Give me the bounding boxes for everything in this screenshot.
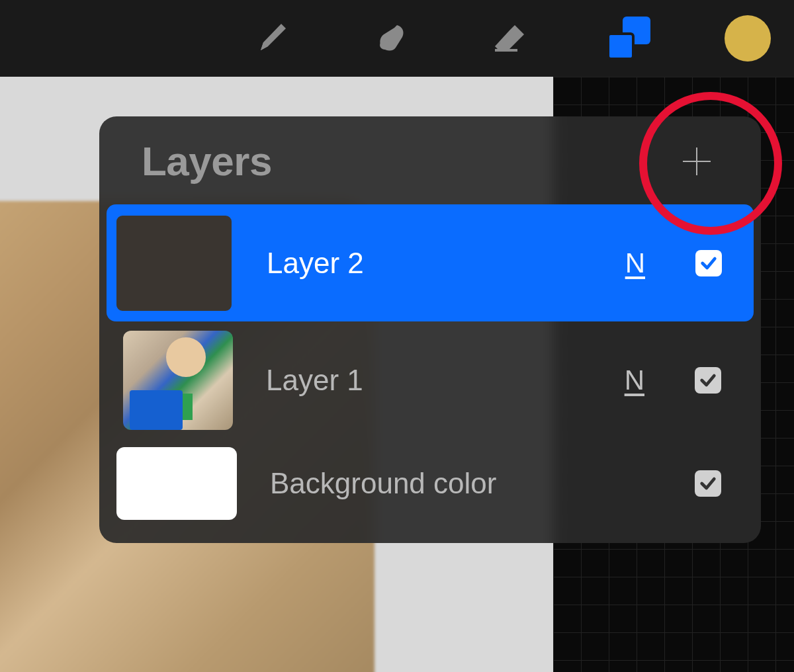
- check-icon: [699, 474, 717, 493]
- layer-name-label: Layer 1: [266, 364, 592, 397]
- layer-thumbnail[interactable]: [116, 447, 237, 520]
- smudge-tool-icon[interactable]: [367, 15, 414, 62]
- add-layer-button[interactable]: [680, 145, 713, 178]
- check-icon: [699, 254, 718, 273]
- layer-thumbnail[interactable]: [114, 214, 234, 313]
- layers-tool-icon[interactable]: [605, 15, 652, 62]
- blend-mode-button[interactable]: N: [625, 364, 644, 396]
- plus-icon: [680, 145, 713, 178]
- background-layer-row[interactable]: Background color: [107, 439, 753, 528]
- layer-visibility-checkbox[interactable]: [695, 470, 721, 497]
- layer-visibility-checkbox[interactable]: [695, 367, 721, 394]
- blend-mode-button[interactable]: N: [625, 247, 645, 279]
- layers-panel: Layers Layer 2 N Layer 1 N Backgroun: [99, 116, 761, 543]
- layer-thumbnail[interactable]: [123, 331, 233, 430]
- svg-point-0: [380, 40, 390, 50]
- layer-row-selected[interactable]: Layer 2 N: [107, 204, 754, 321]
- eraser-tool-icon[interactable]: [486, 15, 533, 62]
- color-swatch-icon[interactable]: [725, 15, 771, 62]
- layer-name-label: Background color: [270, 467, 662, 500]
- layers-panel-title: Layers: [142, 138, 272, 185]
- brush-tool-icon[interactable]: [248, 15, 294, 62]
- toolbar: [0, 0, 794, 77]
- layer-name-label: Layer 2: [267, 247, 592, 280]
- svg-rect-1: [495, 49, 517, 52]
- check-icon: [699, 371, 717, 390]
- layers-panel-header: Layers: [99, 116, 761, 204]
- layer-visibility-checkbox[interactable]: [695, 250, 722, 276]
- layer-row[interactable]: Layer 1 N: [107, 321, 753, 439]
